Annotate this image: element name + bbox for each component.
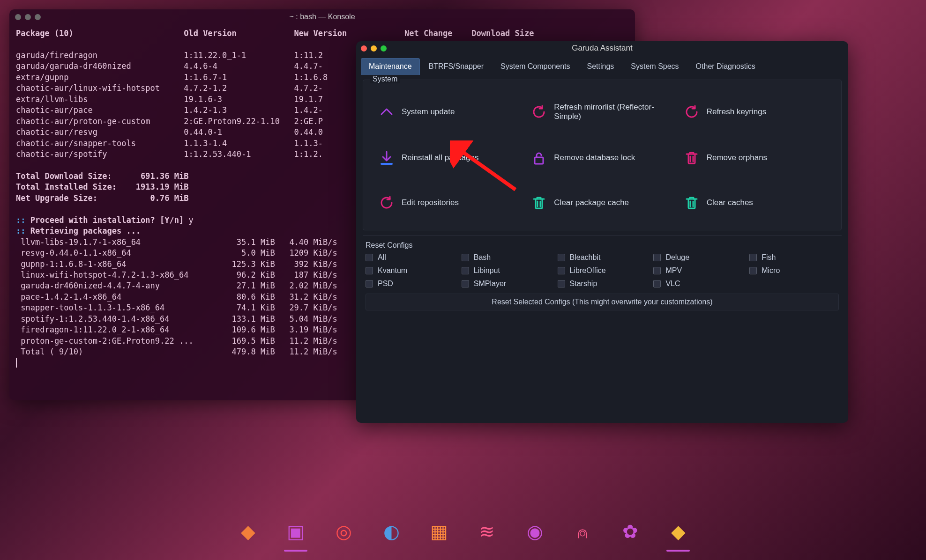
checkbox-label: Bash — [474, 253, 491, 262]
reset-checkbox-mpv[interactable]: MPV — [653, 266, 743, 275]
checkbox-icon — [653, 254, 661, 261]
reset-checkbox-psd[interactable]: PSD — [366, 280, 455, 288]
tab-bar: MaintenanceBTRFS/SnapperSystem Component… — [356, 55, 848, 75]
sys-item-label: Edit repositories — [402, 198, 459, 207]
refresh-circle-icon — [378, 194, 395, 211]
garuda-home-icon[interactable]: ◆ — [232, 517, 263, 548]
checkbox-icon — [366, 280, 373, 287]
reset-checkbox-vlc[interactable]: VLC — [653, 280, 743, 288]
sys-item-refresh-mirrorlist-reflector-simple-[interactable]: Refresh mirrorlist (Reflector-Simple) — [530, 103, 673, 121]
gear-icon[interactable]: ✿ — [615, 517, 646, 548]
checkbox-label: Kvantum — [378, 266, 407, 275]
sys-item-reinstall-all-packages[interactable]: Reinstall all packages — [378, 149, 521, 166]
sys-item-refresh-keyrings[interactable]: Refresh keyrings — [683, 103, 826, 121]
konsole-titlebar: ~ : bash — Konsole — [9, 9, 635, 24]
ghost-icon[interactable]: ⍝ — [567, 517, 598, 548]
tab-system-specs[interactable]: System Specs — [623, 58, 687, 75]
checkbox-label: VLC — [665, 280, 680, 288]
dock-active-indicator — [284, 550, 307, 552]
checkbox-label: LibreOffice — [570, 266, 606, 275]
konsole-title: ~ : bash — Konsole — [9, 13, 635, 21]
checkbox-label: Libinput — [474, 266, 500, 275]
checkbox-icon — [749, 254, 757, 261]
checkbox-label: Micro — [762, 266, 780, 275]
checkbox-icon — [462, 280, 469, 287]
checkbox-icon — [558, 280, 565, 287]
sys-item-remove-database-lock[interactable]: Remove database lock — [530, 149, 673, 166]
trash-icon — [683, 194, 700, 211]
cloud-app-icon[interactable]: ◐ — [376, 517, 407, 548]
tab-system-components[interactable]: System Components — [493, 58, 578, 75]
checkbox-label: Fish — [762, 253, 776, 262]
checkbox-icon — [366, 267, 373, 274]
download-icon — [378, 149, 395, 166]
reset-checkbox-kvantum[interactable]: Kvantum — [366, 266, 455, 275]
reset-configs-label: Reset Configs — [363, 239, 842, 253]
checkbox-icon — [366, 254, 373, 261]
tab-settings[interactable]: Settings — [579, 58, 622, 75]
reset-checkbox-libinput[interactable]: Libinput — [462, 266, 551, 275]
svg-text:✿: ✿ — [622, 521, 638, 542]
reset-checkbox-deluge[interactable]: Deluge — [653, 253, 743, 262]
trash-icon — [683, 149, 700, 166]
reset-checkbox-bash[interactable]: Bash — [462, 253, 551, 262]
reset-checkbox-all[interactable]: All — [366, 253, 455, 262]
sys-item-label: Refresh keyrings — [707, 107, 767, 117]
sys-item-clear-caches[interactable]: Clear caches — [683, 194, 826, 211]
assistant-icon[interactable]: ◆ — [663, 517, 694, 548]
system-group-label: System — [370, 75, 400, 83]
sys-item-clear-package-cache[interactable]: Clear package cache — [530, 194, 673, 211]
checkbox-icon — [653, 280, 661, 287]
trash-icon — [530, 194, 547, 211]
unlock-icon — [530, 149, 547, 166]
sys-item-system-update[interactable]: System update — [378, 103, 521, 121]
checkbox-icon — [462, 254, 469, 261]
dock: ◆▣◎◐▦≋◉⍝✿◆ — [223, 513, 703, 552]
sys-item-label: Clear package cache — [554, 198, 629, 207]
checkbox-icon — [653, 267, 661, 274]
checkbox-label: Bleachbit — [570, 253, 601, 262]
sys-item-edit-repositories[interactable]: Edit repositories — [378, 194, 521, 211]
reset-group: Reset Configs AllBashBleachbitDelugeFish… — [363, 235, 842, 310]
checkbox-label: SMPlayer — [474, 280, 506, 288]
checkbox-label: All — [378, 253, 386, 262]
svg-text:▦: ▦ — [430, 521, 448, 542]
refresh-circle-icon — [683, 103, 700, 120]
svg-text:◆: ◆ — [241, 521, 255, 542]
assistant-titlebar: Garuda Assistant — [356, 41, 848, 55]
checkbox-label: MPV — [665, 266, 682, 275]
tab-maintenance[interactable]: Maintenance — [361, 58, 420, 75]
sys-item-label: Clear caches — [707, 198, 753, 207]
reset-checkbox-grid: AllBashBleachbitDelugeFishKvantumLibinpu… — [363, 253, 842, 288]
system-groupbox: System System updateRefresh mirrorlist (… — [363, 80, 842, 230]
reset-checkbox-starship[interactable]: Starship — [558, 280, 647, 288]
checkbox-label: Deluge — [665, 253, 689, 262]
reset-checkbox-micro[interactable]: Micro — [749, 266, 839, 275]
checkbox-icon — [462, 267, 469, 274]
reset-checkbox-smplayer[interactable]: SMPlayer — [462, 280, 551, 288]
reset-checkbox-bleachbit[interactable]: Bleachbit — [558, 253, 647, 262]
svg-text:◐: ◐ — [383, 521, 400, 542]
tab-btrfs-snapper[interactable]: BTRFS/Snapper — [421, 58, 492, 75]
swirl-icon[interactable]: ◉ — [519, 517, 550, 548]
svg-rect-2 — [535, 157, 543, 164]
reset-checkbox-libreoffice[interactable]: LibreOffice — [558, 266, 647, 275]
svg-text:◆: ◆ — [671, 521, 686, 542]
checkbox-label: Starship — [570, 280, 597, 288]
sys-item-label: Refresh mirrorlist (Reflector-Simple) — [554, 103, 673, 121]
dock-active-indicator — [666, 550, 690, 552]
checkbox-label: PSD — [378, 280, 393, 288]
checkbox-icon — [749, 267, 757, 274]
tab-other-diagnostics[interactable]: Other Diagnostics — [688, 58, 763, 75]
sys-item-remove-orphans[interactable]: Remove orphans — [683, 149, 826, 166]
sys-item-label: Reinstall all packages — [402, 153, 478, 162]
vivaldi-icon[interactable]: ◎ — [328, 517, 359, 548]
assistant-window: Garuda Assistant MaintenanceBTRFS/Snappe… — [356, 41, 848, 423]
reset-checkbox-fish[interactable]: Fish — [749, 253, 839, 262]
pulse-icon[interactable]: ≋ — [471, 517, 502, 548]
reset-selected-configs-button[interactable]: Reset Selected Configs (This might overw… — [366, 294, 839, 310]
file-manager-icon[interactable]: ▦ — [424, 517, 455, 548]
sys-item-label: System update — [402, 107, 455, 117]
sys-item-label: Remove orphans — [707, 153, 767, 162]
terminal-icon[interactable]: ▣ — [280, 517, 311, 548]
